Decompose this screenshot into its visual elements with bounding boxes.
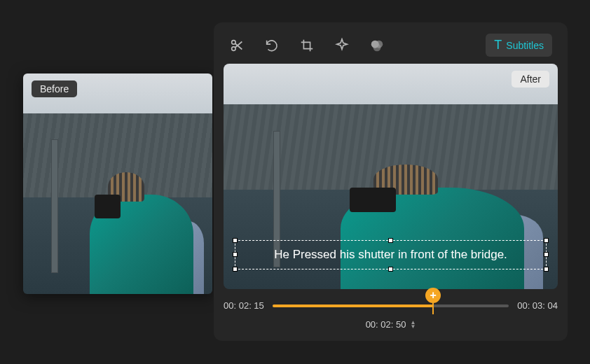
toolbar: T Subtitles: [224, 32, 558, 64]
timeline: 00: 02: 15 + 00: 03: 04: [224, 300, 558, 311]
stepper-down-icon: ▼: [410, 325, 416, 329]
current-time: 00: 02: 50: [366, 319, 406, 330]
time-stepper[interactable]: ▲ ▼: [410, 321, 416, 329]
subject-person: [90, 162, 194, 294]
after-label: After: [512, 71, 549, 88]
timeline-track[interactable]: +: [273, 304, 509, 307]
effects-icon[interactable]: [334, 38, 350, 53]
svg-point-6: [373, 43, 381, 51]
resize-handle-br[interactable]: [544, 267, 549, 272]
filter-icon[interactable]: [369, 38, 385, 53]
cut-icon[interactable]: [229, 38, 245, 53]
after-preview: After He Pressed his shutter in front of…: [224, 64, 558, 289]
subtitle-text: He Pressed his shutter in front of the b…: [274, 248, 507, 261]
resize-handle-tl[interactable]: [233, 238, 238, 243]
subtitle-box[interactable]: He Pressed his shutter in front of the b…: [235, 240, 547, 270]
resize-handle-tr[interactable]: [544, 238, 549, 243]
timeline-progress: [273, 304, 433, 307]
svg-point-0: [232, 40, 236, 44]
resize-handle-mr[interactable]: [544, 252, 549, 257]
time-end: 00: 03: 04: [517, 300, 558, 311]
resize-handle-bl[interactable]: [233, 267, 238, 272]
crop-icon[interactable]: [299, 38, 315, 53]
resize-handle-tc[interactable]: [388, 238, 393, 243]
before-label: Before: [32, 80, 77, 97]
subtitles-label: Subtitles: [506, 40, 544, 51]
time-start: 00: 02: 15: [224, 300, 264, 311]
svg-point-1: [232, 46, 236, 50]
resize-handle-ml[interactable]: [233, 252, 238, 257]
current-time-row: 00: 02: 50 ▲ ▼: [224, 319, 558, 330]
resize-handle-bc[interactable]: [388, 267, 393, 272]
before-panel: Before: [23, 74, 212, 294]
before-image: [23, 74, 212, 294]
text-icon: T: [494, 38, 502, 52]
editor-panel: T Subtitles After He Pressed his shutter…: [214, 22, 568, 341]
subtitles-button[interactable]: T Subtitles: [486, 34, 552, 57]
rotate-icon[interactable]: [264, 38, 280, 53]
add-subtitle-button[interactable]: +: [425, 288, 441, 303]
